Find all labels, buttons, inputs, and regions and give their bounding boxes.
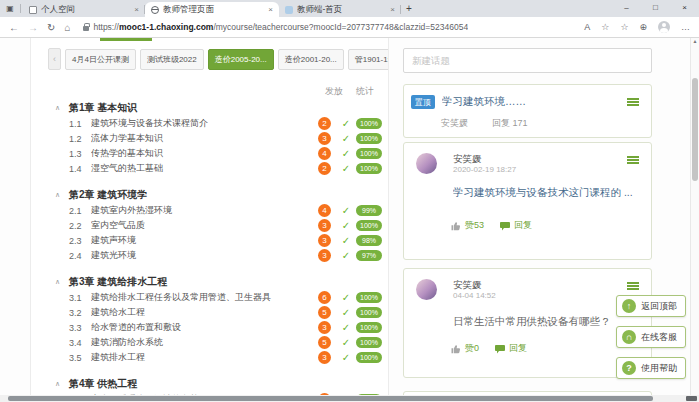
stats-percent-badge[interactable]: 100% bbox=[356, 163, 382, 174]
reply-button[interactable]: 回复 bbox=[500, 219, 532, 232]
issued-check-icon[interactable]: ✓ bbox=[338, 118, 354, 129]
section-row[interactable]: 3.3给水管道的布置和敷设3✓100% bbox=[69, 320, 382, 335]
minimize-button[interactable]: – bbox=[612, 0, 641, 17]
stats-percent-badge[interactable]: 100% bbox=[356, 337, 382, 348]
stats-percent-badge[interactable]: 97% bbox=[356, 250, 382, 261]
post-body[interactable]: 日常生活中常用供热设备有哪些？ bbox=[453, 315, 637, 329]
section-title[interactable]: 湿空气的热工基础 bbox=[91, 162, 318, 175]
refresh-icon[interactable]: ↻ bbox=[47, 22, 55, 33]
section-row[interactable]: 1.3传热学的基本知识4✓100% bbox=[69, 146, 382, 161]
issued-check-icon[interactable]: ✓ bbox=[338, 307, 354, 318]
topic-menu-icon[interactable] bbox=[627, 98, 639, 106]
more-menu-icon[interactable]: … bbox=[681, 22, 690, 32]
class-tab-3[interactable]: 造价2001-20... bbox=[278, 49, 344, 70]
user-avatar[interactable] bbox=[416, 279, 437, 300]
close-tab-icon[interactable]: × bbox=[134, 5, 139, 14]
horizontal-scrollbar-thumb[interactable] bbox=[8, 396, 653, 401]
issued-check-icon[interactable]: ✓ bbox=[338, 148, 354, 159]
section-row[interactable]: 3.1建筑给排水工程任务以及常用管道、卫生器具6✓100% bbox=[69, 290, 382, 305]
home-icon[interactable]: ⌂ bbox=[64, 22, 70, 33]
topic-title[interactable]: 学习建筑环境…… bbox=[442, 95, 526, 109]
section-row[interactable]: 3.4建筑消防给水系统5✓100% bbox=[69, 335, 382, 350]
section-row[interactable]: 1.2流体力学基本知识3✓100% bbox=[69, 131, 382, 146]
post-body[interactable]: 学习建筑环境与设备技术这门课程的 ... bbox=[453, 186, 637, 200]
section-row[interactable]: 2.2室内空气品质3✓100% bbox=[69, 218, 382, 233]
discussion-post-card[interactable]: 安笑媛 04-04 14:52 日常生活中常用供热设备有哪些？ 赞0 回复 bbox=[403, 268, 652, 378]
vertical-scrollbar-thumb[interactable] bbox=[692, 78, 698, 181]
help-button[interactable]: ? 使用帮助 bbox=[616, 357, 686, 379]
stats-percent-badge[interactable]: 98% bbox=[356, 235, 382, 246]
browser-tab-teacher-home[interactable]: 教师端-首页 × bbox=[279, 2, 401, 17]
task-count-badge[interactable]: 2 bbox=[318, 117, 331, 130]
topic-menu-icon[interactable] bbox=[627, 282, 639, 290]
issued-check-icon[interactable]: ✓ bbox=[338, 220, 354, 231]
section-row[interactable]: 1.4湿空气的热工基础2✓100% bbox=[69, 161, 382, 176]
section-row[interactable]: 2.1建筑室内外热湿环境4✓99% bbox=[69, 203, 382, 218]
section-title[interactable]: 室内空气品质 bbox=[91, 219, 318, 232]
section-title[interactable]: 建筑消防给水系统 bbox=[91, 336, 318, 349]
collapse-icon[interactable]: ∧ bbox=[55, 274, 60, 290]
close-window-button[interactable]: × bbox=[670, 0, 699, 17]
class-tab-1[interactable]: 测试班级2022 bbox=[140, 49, 204, 70]
collapse-icon[interactable]: ∧ bbox=[55, 187, 60, 203]
stats-percent-badge[interactable]: 100% bbox=[356, 352, 382, 363]
lock-icon[interactable] bbox=[83, 26, 89, 31]
stats-percent-badge[interactable]: 100% bbox=[356, 322, 382, 333]
browser-tab-personal-space[interactable]: 个人空间 × bbox=[23, 2, 145, 17]
like-button[interactable]: 赞0 bbox=[451, 342, 479, 355]
collapse-icon[interactable]: ∧ bbox=[55, 376, 60, 392]
class-tabs-prev-icon[interactable]: ‹ bbox=[48, 48, 61, 70]
back-to-top-button[interactable]: ↑ 返回顶部 bbox=[616, 295, 686, 317]
section-title[interactable]: 建筑给排水工程任务以及常用管道、卫生器具 bbox=[91, 291, 318, 304]
task-count-badge[interactable]: 2 bbox=[318, 162, 331, 175]
issued-check-icon[interactable]: ✓ bbox=[338, 163, 354, 174]
collections-icon[interactable]: ⊕ bbox=[639, 22, 647, 32]
section-title[interactable]: 建筑声环境 bbox=[91, 234, 318, 247]
section-title[interactable]: 给水管道的布置和敷设 bbox=[91, 321, 318, 334]
class-tab-0[interactable]: 4月4日公开课测 bbox=[65, 49, 136, 70]
browser-tab-teacher-management[interactable]: 教师管理页面 × bbox=[145, 2, 279, 17]
task-count-badge[interactable]: 5 bbox=[318, 306, 331, 319]
topic-menu-icon[interactable] bbox=[627, 156, 639, 164]
pinned-topic-card[interactable]: 置顶 学习建筑环境…… 安笑媛 回复 171 bbox=[403, 84, 652, 138]
favorite-icon[interactable]: ☆ bbox=[601, 22, 609, 32]
address-bar[interactable]: https://mooc1-1.chaoxing.com/mycourse/te… bbox=[79, 22, 575, 32]
stats-percent-badge[interactable]: 100% bbox=[356, 292, 382, 303]
new-topic-input[interactable] bbox=[403, 48, 652, 73]
section-title[interactable]: 建筑给水工程 bbox=[91, 306, 318, 319]
class-tab-4[interactable]: 管1901-190... bbox=[348, 49, 389, 70]
maximize-button[interactable]: □ bbox=[641, 0, 670, 17]
task-count-badge[interactable]: 3 bbox=[318, 234, 331, 247]
section-title[interactable]: 建筑排水工程 bbox=[91, 351, 318, 364]
vertical-scrollbar[interactable]: ▲ bbox=[690, 38, 699, 395]
task-count-badge[interactable]: 3 bbox=[318, 219, 331, 232]
section-row[interactable]: 3.2建筑给水工程5✓100% bbox=[69, 305, 382, 320]
stats-percent-badge[interactable]: 100% bbox=[356, 307, 382, 318]
read-aloud-icon[interactable]: A bbox=[584, 22, 590, 32]
online-service-button[interactable]: ∩ 在线客服 bbox=[616, 326, 686, 348]
discussion-post-card[interactable]: 安笑媛 2020-02-19 18:27 学习建筑环境与设备技术这门课程的 ..… bbox=[403, 142, 652, 260]
forward-icon[interactable]: → bbox=[28, 22, 38, 33]
section-row[interactable]: 3.5建筑排水工程3✓100% bbox=[69, 350, 382, 365]
issued-check-icon[interactable]: ✓ bbox=[338, 205, 354, 216]
favorites-bar-icon[interactable]: ☆ bbox=[620, 22, 628, 32]
task-count-badge[interactable]: 5 bbox=[318, 336, 331, 349]
section-row[interactable]: 2.3建筑声环境3✓98% bbox=[69, 233, 382, 248]
like-button[interactable]: 赞53 bbox=[451, 219, 484, 232]
tab-actions-icon[interactable]: ▣ bbox=[0, 1, 20, 17]
issued-check-icon[interactable]: ✓ bbox=[338, 250, 354, 261]
issued-check-icon[interactable]: ✓ bbox=[338, 337, 354, 348]
task-count-badge[interactable]: 4 bbox=[318, 147, 331, 160]
reply-button[interactable]: 回复 bbox=[495, 342, 527, 355]
task-count-badge[interactable]: 3 bbox=[318, 132, 331, 145]
section-title[interactable]: 建筑环境与设备技术课程简介 bbox=[91, 117, 318, 130]
new-tab-button[interactable]: + bbox=[401, 1, 417, 16]
stats-percent-badge[interactable]: 100% bbox=[356, 133, 382, 144]
task-count-badge[interactable]: 3 bbox=[318, 351, 331, 364]
section-title[interactable]: 传热学的基本知识 bbox=[91, 147, 318, 160]
task-count-badge[interactable]: 4 bbox=[318, 204, 331, 217]
close-tab-icon[interactable]: × bbox=[268, 5, 273, 14]
issued-check-icon[interactable]: ✓ bbox=[338, 322, 354, 333]
section-title[interactable]: 流体力学基本知识 bbox=[91, 132, 318, 145]
close-tab-icon[interactable]: × bbox=[390, 5, 395, 14]
